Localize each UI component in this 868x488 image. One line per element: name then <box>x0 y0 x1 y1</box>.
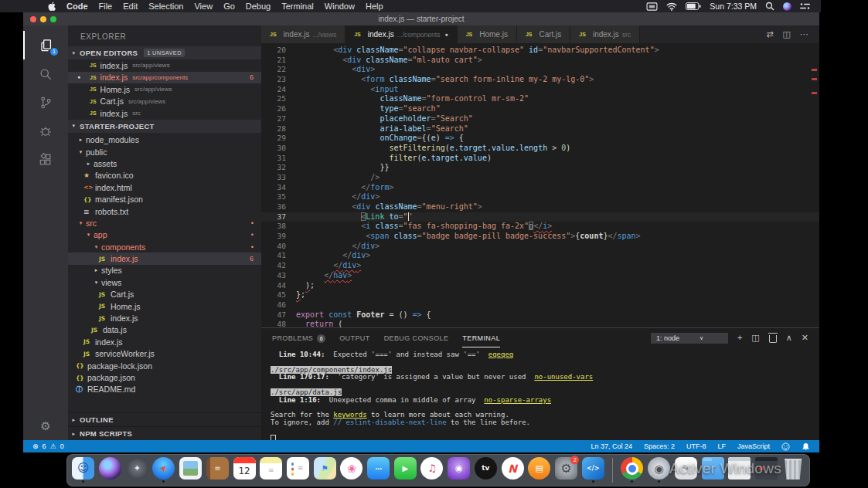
problems-status[interactable]: ⊗ 6 ⚠ 0 <box>32 442 64 450</box>
tree-folder-node_modules[interactable]: ▸node_modules <box>68 134 261 146</box>
zoom-window-button[interactable] <box>50 16 56 22</box>
code-line-43[interactable]: 43 </nav> <box>261 271 819 281</box>
dock-preview-icon[interactable] <box>179 456 203 485</box>
status-utf-8[interactable]: UTF-8 <box>686 442 706 450</box>
tree-file-Cart.js[interactable]: JSCart.js <box>68 289 261 300</box>
dock-siri-icon[interactable] <box>99 456 122 485</box>
minimize-window-button[interactable] <box>40 16 46 22</box>
code-line-22[interactable]: 22 <div> <box>261 65 819 75</box>
code-line-28[interactable]: 28 aria-label="Search" <box>261 124 819 134</box>
open-changes-icon[interactable]: ⇄ <box>766 29 773 39</box>
window-titlebar[interactable]: index.js — starter-project <box>23 12 819 25</box>
status-spaces-2[interactable]: Spaces: 2 <box>644 442 675 450</box>
panel-tab-problems[interactable]: PROBLEMS6 <box>272 328 325 347</box>
code-line-23[interactable]: 23 <form className="search form-inline m… <box>261 75 819 85</box>
dock-downloads-folder-icon[interactable] <box>701 456 724 485</box>
tree-folder-components[interactable]: ▾components• <box>68 241 261 252</box>
terminal-session-dropdown[interactable]: 1: node ∨ <box>651 333 728 344</box>
menubar-item-debug[interactable]: Debug <box>246 2 271 11</box>
code-line-29[interactable]: 29 onChange={(e) => { <box>261 134 819 144</box>
tree-file-README.md[interactable]: ⓘREADME.md <box>68 384 261 395</box>
code-line-38[interactable]: 38 <i class="fas fa-shopping-bag fa-2x"▯… <box>261 222 819 232</box>
code-line-48[interactable]: 48 return ( <box>261 320 819 327</box>
tree-file-index.js[interactable]: JSindex.js <box>68 336 261 347</box>
more-actions-icon[interactable]: ⋯ <box>800 29 808 39</box>
dock-vscode-icon[interactable]: </> <box>581 456 604 485</box>
dock-reminders-icon[interactable]: ≡ <box>287 456 310 485</box>
dock-music-icon[interactable]: ♫ <box>420 456 444 485</box>
panel-tab-output[interactable]: OUTPUT <box>339 328 369 347</box>
tree-file-Home.js[interactable]: JSHome.js <box>68 300 261 312</box>
dock-quicktime-icon[interactable]: ◉ <box>648 456 671 485</box>
tree-file-package-lock.json[interactable]: {}package-lock.json <box>68 360 261 371</box>
dock-textedit-icon[interactable]: ✎ <box>674 456 697 485</box>
open-editor-index.js[interactable]: ●JSindex.jssrc/app/components6 <box>68 72 261 84</box>
dock-photos-icon[interactable]: ❀ <box>340 456 363 485</box>
dock-launchpad-icon[interactable]: ✦ <box>125 456 148 485</box>
close-window-button[interactable] <box>30 16 36 22</box>
code-line-36[interactable]: 36 <div className="menu-right"> <box>261 202 819 212</box>
code-line-31[interactable]: 31 filter(e.target.value) <box>261 154 819 164</box>
menubar-item-help[interactable]: Help <box>366 2 383 11</box>
dock-books-icon[interactable]: ▤ <box>528 456 551 485</box>
status-lf[interactable]: LF <box>717 442 726 450</box>
extensions-icon[interactable] <box>23 145 68 174</box>
kill-terminal-icon[interactable] <box>769 335 777 343</box>
code-line-34[interactable]: 34 </form> <box>261 183 819 193</box>
tree-file-favicon.ico[interactable]: ★favicon.ico <box>68 170 261 181</box>
menubar-item-file[interactable]: File <box>99 2 113 11</box>
dock-maps-icon[interactable]: ⚑ <box>313 456 336 485</box>
code-line-40[interactable]: 40 </div> <box>261 242 819 252</box>
editor-tab-index.js[interactable]: JSindex.js.../components● <box>345 25 457 43</box>
code-line-45[interactable]: 45}; <box>261 290 819 300</box>
tree-folder-app[interactable]: ▾app• <box>68 229 261 241</box>
maximize-panel-icon[interactable]: ∧ <box>786 334 792 342</box>
tree-folder-public[interactable]: ▾public <box>68 146 261 158</box>
editor-tab-index.js[interactable]: JSindex.jssrc <box>570 25 640 43</box>
wifi-icon[interactable] <box>666 2 677 11</box>
dock-window-dark-icon[interactable] <box>755 456 778 485</box>
tree-folder-src[interactable]: ▾src• <box>68 217 261 229</box>
code-line-30[interactable]: 30 setFiltering(e.target.value.length > … <box>261 144 819 154</box>
code-line-20[interactable]: 20 <div className="collapse navbar-colla… <box>261 46 819 56</box>
editor-tab-index.js[interactable]: JSindex.js.../views <box>261 25 345 43</box>
code-line-47[interactable]: 47export const Footer = () => { <box>261 310 819 320</box>
dock-trash-icon[interactable] <box>781 456 805 485</box>
code-line-25[interactable]: 25 className="form-control mr-sm-2" <box>261 94 819 104</box>
code-line-32[interactable]: 32 }} <box>261 163 819 173</box>
code-line-44[interactable]: 44 ); <box>261 281 819 291</box>
menubar-item-go[interactable]: Go <box>223 2 235 11</box>
open-editor-Home.js[interactable]: JSHome.jssrc/app/views <box>68 83 261 96</box>
open-editor-index.js[interactable]: JSindex.jssrc/app/views <box>68 59 261 72</box>
editor-tab-Home.js[interactable]: JSHome.js <box>458 25 517 43</box>
debug-icon[interactable] <box>23 117 68 145</box>
open-editor-Cart.js[interactable]: JSCart.jssrc/app/views <box>68 96 261 108</box>
source-control-icon[interactable] <box>23 88 68 117</box>
dock-calendar-icon[interactable]: 12 <box>233 456 256 485</box>
dock-system-preferences-icon[interactable]: ⚙2 <box>555 456 578 485</box>
dock-finder-icon[interactable]: ☺ <box>72 456 95 485</box>
panel-tab-terminal[interactable]: TERMINAL <box>462 328 500 347</box>
explorer-icon[interactable]: 1 <box>23 31 68 59</box>
new-terminal-icon[interactable]: + <box>737 334 742 342</box>
tree-file-serviceWorker.js[interactable]: JSserviceWorker.js <box>68 348 261 360</box>
split-editor-icon[interactable]: ◫ <box>783 29 791 39</box>
code-line-27[interactable]: 27 placeholder="Search" <box>261 114 819 124</box>
code-line-33[interactable]: 33 /> <box>261 173 819 183</box>
dock-safari-icon[interactable]: ➤ <box>152 456 175 485</box>
editor-tab-Cart.js[interactable]: JSCart.js <box>517 25 570 43</box>
dock-chrome-icon[interactable] <box>621 456 644 485</box>
code-line-21[interactable]: 21 <div className="ml-auto cart"> <box>261 56 819 66</box>
code-editor[interactable]: 20 <div className="collapse navbar-colla… <box>261 43 819 327</box>
close-panel-icon[interactable]: ✕ <box>802 334 808 342</box>
tree-file-index.js[interactable]: JSindex.js <box>68 312 261 324</box>
dock-news-icon[interactable]: N <box>501 456 524 485</box>
feedback-smiley-icon[interactable] <box>781 442 790 451</box>
screen-mirroring-icon[interactable] <box>646 2 658 11</box>
code-line-35[interactable]: 35 </div> <box>261 192 819 202</box>
tree-file-package.json[interactable]: {}package.json <box>68 371 261 383</box>
settings-gear-icon[interactable]: ⚙ <box>23 419 68 433</box>
dock-podcasts-icon[interactable]: ◉ <box>448 456 471 485</box>
menubar-item-terminal[interactable]: Terminal <box>281 2 314 11</box>
siri-icon[interactable] <box>783 2 791 11</box>
